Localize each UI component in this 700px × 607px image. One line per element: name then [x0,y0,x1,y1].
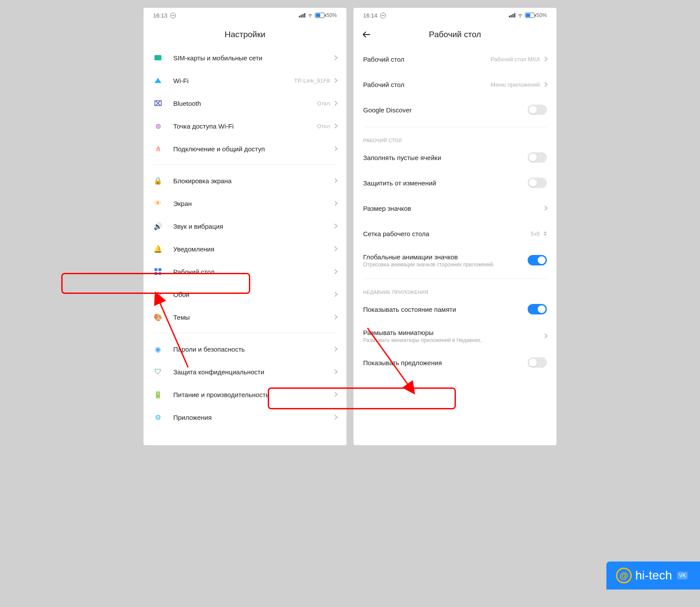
row-hotspot[interactable]: ⊚ Точка доступа Wi-Fi Откл [144,115,346,137]
row-global-anim[interactable]: Глобальные анимации значков Отрисовка ан… [354,246,556,274]
watermark: @ hi-tech VK [606,562,700,590]
status-bar: 16:14 50% [354,8,556,23]
theme-icon: 🎨 [154,313,162,321]
toggle[interactable] [528,357,547,368]
battery-pct: 50% [326,12,337,18]
chevron-right-icon [542,82,547,87]
row-sound[interactable]: 🔊 Звук и вибрация [144,215,346,237]
chevron-right-icon [332,201,337,206]
stepper-icon[interactable] [543,231,547,236]
chevron-right-icon [332,369,337,374]
apps-icon: ⚙ [155,413,161,422]
bell-icon: 🔔 [154,245,162,253]
wallpaper-icon: ✿ [155,290,161,299]
row-share[interactable]: ⋔ Подключение и общий доступ [144,137,346,160]
chevron-right-icon [332,146,337,151]
section-header: РАБОЧИЙ СТОЛ [354,132,556,145]
row-themes[interactable]: 🎨 Темы [144,306,346,328]
sim-icon [154,55,161,60]
row-sim[interactable]: SIM-карты и мобильные сети [144,46,346,69]
row-wallpaper[interactable]: ✿ Обои [144,283,346,306]
toggle[interactable] [528,152,547,163]
battery-icon [525,13,535,18]
share-icon: ⋔ [155,145,161,153]
homescreen-settings-list[interactable]: Рабочий стол Рабочий стол MIUI Рабочий с… [354,46,556,445]
chevron-right-icon [332,346,337,351]
status-bar: 16:13 50% [144,8,346,23]
divider [363,279,547,279]
chevron-right-icon [332,292,337,297]
row-bluetooth[interactable]: ⌧ Bluetooth Откл [144,92,346,115]
chevron-right-icon [542,206,547,210]
section-header: НЕДАВНИЕ ПРИЛОЖЕНИЯ [354,283,556,297]
chevron-right-icon [332,246,337,251]
chevron-right-icon [332,314,337,319]
eye-icon: 👁 [154,199,161,207]
row-battery[interactable]: 🔋 Питание и производительность [144,383,346,406]
back-button[interactable] [361,29,372,40]
home-grid-icon [154,268,161,275]
row-memory-status[interactable]: Показывать состояние памяти [354,297,556,322]
row-wifi[interactable]: Wi-Fi TP-Link_91F8 [144,69,346,92]
toggle[interactable] [528,105,547,115]
row-blur-thumbs[interactable]: Размывать миниатюры Размывать миниатюры … [354,322,556,350]
page-title: Настройки [144,23,346,46]
bluetooth-icon: ⌧ [154,99,162,108]
row-launcher-1[interactable]: Рабочий стол Рабочий стол MIUI [354,46,556,72]
chevron-right-icon [332,123,337,128]
chevron-right-icon [332,55,337,60]
sound-icon: 🔊 [154,222,162,230]
toggle[interactable] [528,304,547,314]
dnd-icon [380,13,386,18]
battery-pct: 50% [536,12,547,18]
page-title: Рабочий стол [354,23,556,46]
chevron-right-icon [542,56,547,61]
signal-icon [509,13,515,17]
chevron-right-icon [332,415,337,419]
wifi-icon [307,12,313,18]
row-privacy[interactable]: 🛡 Защита конфиденциальности [144,360,346,383]
row-apps[interactable]: ⚙ Приложения [144,406,346,429]
row-fill-empty[interactable]: Заполнять пустые ячейки [354,145,556,170]
row-notifications[interactable]: 🔔 Уведомления [144,237,346,260]
chevron-right-icon [332,269,337,274]
dnd-icon [170,13,176,18]
phone-right: 16:14 50% Рабочий стол Рабочий стол Рабо… [354,8,556,445]
shield-icon: 🛡 [154,368,161,376]
status-time: 16:14 [363,12,378,19]
signal-icon [299,13,305,17]
row-grid[interactable]: Сетка рабочего стола 5x6 [354,221,556,246]
chevron-right-icon [332,101,337,105]
row-show-suggestions[interactable]: Показывать предложения [354,350,556,375]
row-security[interactable]: ◉ Пароли и безопасность [144,338,346,360]
vk-icon: VK [677,572,688,579]
at-icon: @ [616,568,632,583]
wifi-icon [517,12,523,18]
chevron-right-icon [332,392,337,397]
divider [363,127,547,127]
chevron-right-icon [332,178,337,183]
row-lockscreen[interactable]: 🔒 Блокировка экрана [144,169,346,192]
battery-icon [315,13,325,18]
chevron-right-icon [542,333,547,338]
lock-icon: 🔒 [154,177,162,185]
arrow-left-icon [363,34,370,35]
chevron-right-icon [332,223,337,228]
row-lock-changes[interactable]: Защитить от изменений [354,170,556,195]
row-launcher-2[interactable]: Рабочий стол Меню приложений [354,72,556,97]
chevron-right-icon [332,78,337,83]
divider [153,333,337,333]
hotspot-icon: ⊚ [155,122,161,130]
toggle[interactable] [528,255,547,265]
settings-list[interactable]: SIM-карты и мобильные сети Wi-Fi TP-Link… [144,46,346,445]
row-icon-size[interactable]: Размер значков [354,195,556,221]
row-google-discover[interactable]: Google Discover [354,97,556,122]
row-homescreen[interactable]: Рабочий стол [144,260,346,283]
toggle[interactable] [528,178,547,188]
battery-row-icon: 🔋 [154,391,162,399]
fingerprint-icon: ◉ [155,345,161,353]
status-time: 16:13 [153,12,168,19]
phone-left: 16:13 50% Настройки SIM-карты и мобильны… [144,8,346,445]
row-display[interactable]: 👁 Экран [144,192,346,215]
divider [153,164,337,165]
